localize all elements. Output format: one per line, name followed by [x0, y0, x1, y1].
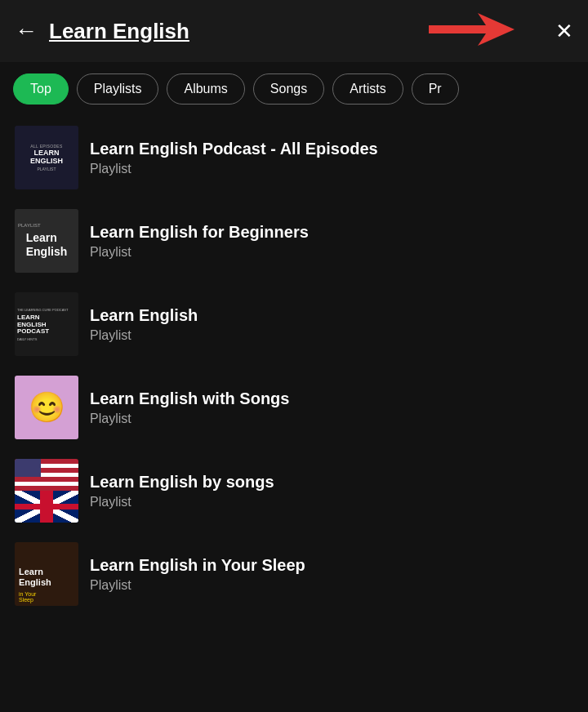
list-item[interactable]: Learn English by songs Playlist [0, 449, 588, 532]
result-info: Learn English Podcast - All Episodes Pla… [90, 140, 573, 176]
playlist-thumbnail: LearnEnglish in YourSleep [15, 542, 78, 606]
result-subtitle: Playlist [90, 412, 573, 426]
playlist-thumbnail [15, 459, 78, 523]
playlist-thumbnail: PLAYLIST LearnEnglish [15, 209, 78, 273]
list-item[interactable]: LearnEnglish in YourSleep Learn English … [0, 532, 588, 616]
result-title: Learn English with Songs [90, 389, 573, 408]
result-title: Learn English for Beginners [90, 223, 573, 242]
back-button[interactable]: ← [15, 20, 38, 42]
tab-songs[interactable]: Songs [253, 73, 324, 105]
result-subtitle: Playlist [90, 328, 573, 343]
svg-marker-0 [429, 13, 514, 46]
result-title: Learn English in Your Sleep [90, 556, 573, 575]
tab-albums[interactable]: Albums [167, 73, 244, 105]
list-item[interactable]: 😊 Learn English with Songs Playlist [0, 366, 588, 449]
playlist-thumbnail: ALL EPISODES LEARNENGLISH PLAYLIST [15, 126, 78, 189]
result-info: Learn English for Beginners Playlist [90, 223, 573, 260]
flag-icon [15, 459, 78, 523]
search-results: ALL EPISODES LEARNENGLISH PLAYLIST Learn… [0, 116, 588, 616]
result-subtitle: Playlist [90, 578, 573, 593]
result-title: Learn English by songs [90, 473, 573, 492]
list-item[interactable]: PLAYLIST LearnEnglish Learn English for … [0, 199, 588, 283]
playlist-thumbnail: 😊 [15, 376, 78, 439]
filter-tabs: Top Playlists Albums Songs Artists Pr [0, 62, 588, 116]
arrow-annotation [425, 9, 514, 53]
playlist-thumbnail: THE LEARNING CURE PODCAST LEARNENGLISHPO… [15, 292, 78, 356]
result-subtitle: Playlist [90, 162, 573, 176]
tab-artists[interactable]: Artists [332, 73, 403, 105]
list-item[interactable]: ALL EPISODES LEARNENGLISH PLAYLIST Learn… [0, 116, 588, 199]
result-title: Learn English Podcast - All Episodes [90, 140, 573, 158]
result-info: Learn English in Your Sleep Playlist [90, 556, 573, 593]
result-subtitle: Playlist [90, 495, 573, 510]
result-subtitle: Playlist [90, 245, 573, 260]
close-button[interactable]: ✕ [555, 19, 573, 44]
result-info: Learn English with Songs Playlist [90, 389, 573, 426]
tab-top[interactable]: Top [13, 73, 69, 105]
search-header: ← Learn English ✕ [0, 0, 588, 62]
result-info: Learn English Playlist [90, 306, 573, 343]
result-title: Learn English [90, 306, 573, 325]
smiley-icon: 😊 [29, 390, 65, 425]
tab-more[interactable]: Pr [412, 73, 459, 105]
tab-playlists[interactable]: Playlists [77, 73, 159, 105]
result-info: Learn English by songs Playlist [90, 473, 573, 510]
list-item[interactable]: THE LEARNING CURE PODCAST LEARNENGLISHPO… [0, 283, 588, 366]
